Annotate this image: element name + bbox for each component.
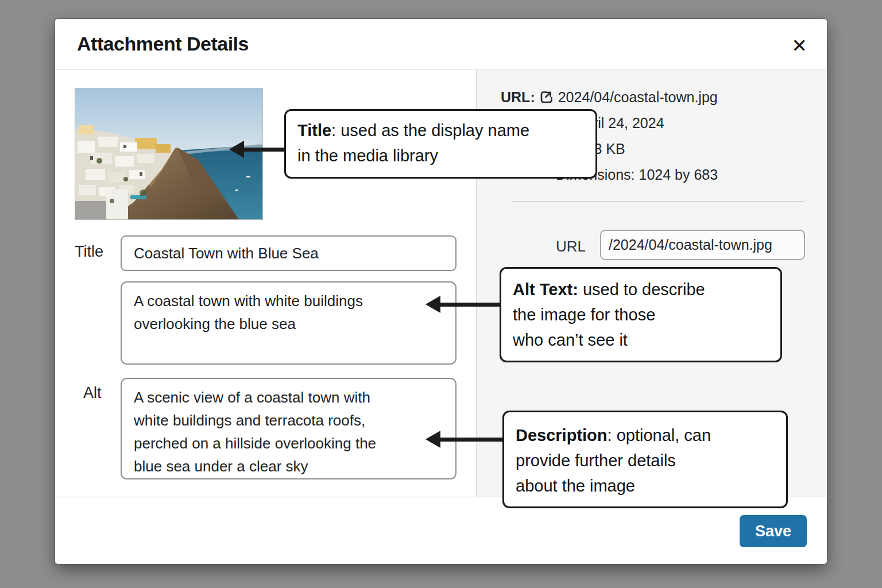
save-button[interactable]: Save <box>740 515 807 547</box>
alt-text-annotation-arrow <box>425 296 501 313</box>
arrowhead-left-icon <box>425 296 440 313</box>
alt-field-label: Alt <box>83 384 102 402</box>
description-annotation-callout: Description: optional, can provide furth… <box>502 411 788 508</box>
attachment-details-modal: Attachment Details ✕ <box>55 19 827 564</box>
title-input[interactable]: Coastal Town with Blue Sea <box>121 235 457 271</box>
url-meta-value[interactable]: 2024/04/coastal-town.jpg <box>558 89 718 106</box>
sidebar-divider <box>511 201 805 202</box>
modal-header: Attachment Details <box>55 19 827 69</box>
close-button[interactable]: ✕ <box>787 33 812 58</box>
arrow-shaft <box>440 438 504 442</box>
title-annotation-text: : used as the display name in the media … <box>297 121 529 165</box>
arrowhead-left-icon <box>425 431 440 448</box>
arrowhead-left-icon <box>229 141 244 158</box>
alt-text-annotation-callout: Alt Text: used to describe the image for… <box>500 267 782 362</box>
url-meta-label: URL: <box>501 89 535 106</box>
url-field-input[interactable]: /2024/04/coastal-town.jpg <box>600 230 805 260</box>
description-textarea[interactable]: A scenic view of a coastal town with whi… <box>121 378 457 479</box>
title-annotation-arrow <box>229 141 286 158</box>
page-background: { "window": { "title": "Attachment Detai… <box>0 0 882 588</box>
arrow-shaft <box>440 303 501 307</box>
url-meta-line: URL: 2024/04/coastal-town.jpg <box>501 88 718 106</box>
description-annotation-arrow <box>425 431 504 448</box>
close-icon: ✕ <box>791 34 807 57</box>
title-annotation-lead: Title <box>297 121 331 140</box>
alt-text-annotation-lead: Alt Text: <box>513 280 578 299</box>
url-field-label: URL <box>537 238 586 256</box>
page-title: Attachment Details <box>77 33 249 55</box>
title-field-label: Title <box>75 243 103 261</box>
alt-text-textarea[interactable]: A coastal town with white buildings over… <box>121 281 457 365</box>
external-link-icon[interactable] <box>539 90 554 105</box>
description-annotation-lead: Description <box>516 426 608 444</box>
title-annotation-callout: Title: used as the display name in the m… <box>284 109 597 179</box>
arrow-shaft <box>244 148 286 152</box>
